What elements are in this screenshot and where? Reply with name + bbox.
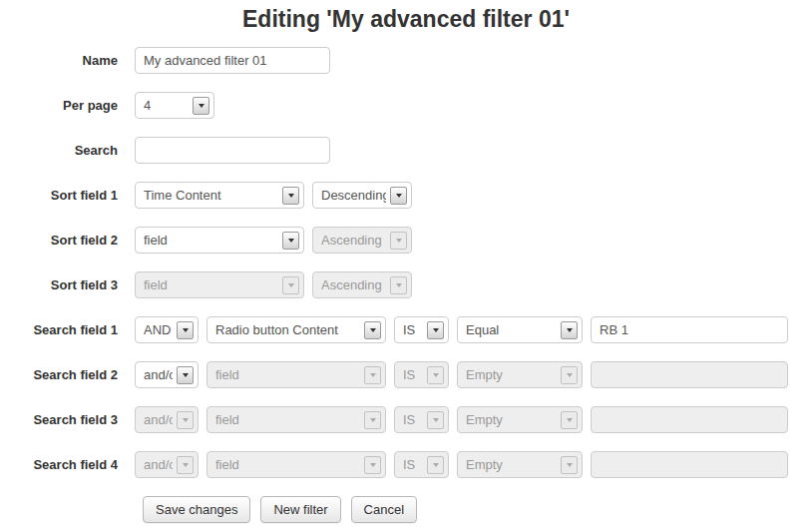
- search-3-field-select: field: [206, 406, 386, 433]
- search-1-comparator-select[interactable]: IS: [394, 316, 449, 343]
- search-field-2-label: Search field 2: [0, 367, 118, 382]
- search-row: Search: [0, 137, 812, 164]
- select-value: field: [144, 272, 278, 297]
- sort-field-2-label: Sort field 2: [0, 233, 118, 248]
- name-row: Name: [0, 47, 812, 74]
- select-value: Empty: [466, 452, 557, 477]
- dropdown-arrow-icon: [282, 276, 299, 294]
- search-3-comparator-select: IS: [394, 406, 449, 433]
- select-value: IS: [403, 317, 423, 342]
- search-4-conjunction-select: and/or: [135, 451, 199, 478]
- search-1-field-select[interactable]: Radio button Content: [206, 316, 386, 343]
- dropdown-arrow-icon: [177, 321, 194, 339]
- search-4-value-input: [591, 451, 788, 478]
- select-value: IS: [403, 407, 423, 432]
- select-value: and/or: [144, 452, 173, 477]
- search-field-1-row: Search field 1 AND Radio button Content …: [0, 316, 812, 343]
- dropdown-arrow-icon: [390, 187, 407, 205]
- search-field-4-row: Search field 4 and/or field IS Empty: [0, 451, 812, 478]
- search-1-value-input[interactable]: [591, 316, 788, 343]
- select-value: Empty: [466, 362, 557, 387]
- dropdown-arrow-icon: [427, 321, 444, 339]
- search-2-field-select: field: [206, 361, 386, 388]
- search-4-operator-select: Empty: [457, 451, 583, 478]
- page-title: Editing 'My advanced filter 01': [0, 0, 812, 33]
- select-value: Descending: [321, 183, 386, 208]
- select-value: Empty: [466, 407, 557, 432]
- search-3-operator-select: Empty: [457, 406, 583, 433]
- search-field-3-row: Search field 3 and/or field IS Empty: [0, 406, 812, 433]
- select-value: field: [215, 407, 360, 432]
- dropdown-arrow-icon: [390, 232, 407, 250]
- select-value: Equal: [466, 317, 557, 342]
- select-value: field: [144, 228, 278, 253]
- per-page-label: Per page: [0, 98, 118, 113]
- sort-direction-2-select: Ascending: [312, 227, 412, 254]
- search-field-1-label: Search field 1: [0, 322, 118, 337]
- select-value: field: [215, 362, 360, 387]
- dropdown-arrow-icon: [193, 97, 209, 115]
- dropdown-arrow-icon: [561, 456, 578, 474]
- dropdown-arrow-icon: [282, 187, 299, 205]
- per-page-select[interactable]: 4: [135, 92, 214, 119]
- dropdown-arrow-icon: [364, 456, 381, 474]
- select-value: Radio button Content: [215, 317, 360, 342]
- dropdown-arrow-icon: [282, 232, 299, 250]
- dropdown-arrow-icon: [177, 456, 194, 474]
- dropdown-arrow-icon: [561, 411, 578, 429]
- sort-field-1-row: Sort field 1 Time Content Descending: [0, 182, 812, 209]
- dropdown-arrow-icon: [177, 411, 194, 429]
- sort-field-3-row: Sort field 3 field Ascending: [0, 271, 812, 298]
- per-page-row: Per page 4: [0, 92, 812, 119]
- dropdown-arrow-icon: [427, 366, 444, 384]
- search-3-conjunction-select: and/or: [135, 406, 199, 433]
- search-label: Search: [0, 143, 118, 158]
- select-value: and/or: [144, 407, 173, 432]
- cancel-button[interactable]: Cancel: [351, 496, 417, 523]
- dropdown-arrow-icon: [177, 366, 194, 384]
- sort-field-3-select: field: [135, 271, 304, 298]
- search-4-field-select: field: [206, 451, 386, 478]
- name-input[interactable]: [135, 47, 330, 74]
- search-field-2-row: Search field 2 and/or field IS Empty: [0, 361, 812, 388]
- sort-field-3-label: Sort field 3: [0, 277, 118, 292]
- per-page-select-value: 4: [144, 93, 189, 118]
- save-changes-button[interactable]: Save changes: [143, 496, 250, 523]
- name-label: Name: [0, 53, 118, 68]
- new-filter-button[interactable]: New filter: [260, 496, 340, 523]
- search-4-comparator-select: IS: [394, 451, 449, 478]
- search-3-value-input: [591, 406, 788, 433]
- search-1-conjunction-select[interactable]: AND: [135, 316, 199, 343]
- search-2-conjunction-select[interactable]: and/or: [135, 361, 199, 388]
- search-input[interactable]: [135, 137, 330, 164]
- select-value: Time Content: [144, 183, 278, 208]
- select-value: and/or: [144, 362, 173, 387]
- select-value: Ascending: [321, 228, 386, 253]
- form-actions: Save changes New filter Cancel: [0, 496, 812, 523]
- dropdown-arrow-icon: [364, 321, 381, 339]
- dropdown-arrow-icon: [364, 411, 381, 429]
- select-value: IS: [403, 362, 423, 387]
- dropdown-arrow-icon: [561, 366, 578, 384]
- select-value: field: [215, 452, 360, 477]
- select-value: IS: [403, 452, 423, 477]
- sort-field-2-select[interactable]: field: [135, 227, 304, 254]
- search-2-comparator-select: IS: [394, 361, 449, 388]
- sort-field-2-row: Sort field 2 field Ascending: [0, 227, 812, 254]
- sort-field-1-select[interactable]: Time Content: [135, 182, 304, 209]
- select-value: Ascending: [321, 272, 386, 297]
- search-field-3-label: Search field 3: [0, 412, 118, 427]
- search-1-operator-select[interactable]: Equal: [457, 316, 583, 343]
- dropdown-arrow-icon: [364, 366, 381, 384]
- sort-direction-1-select[interactable]: Descending: [312, 182, 412, 209]
- search-2-value-input: [591, 361, 788, 388]
- search-2-operator-select: Empty: [457, 361, 583, 388]
- search-field-4-label: Search field 4: [0, 457, 118, 472]
- filter-edit-form: Editing 'My advanced filter 01' Name Per…: [0, 0, 812, 532]
- sort-direction-3-select: Ascending: [312, 271, 412, 298]
- sort-field-1-label: Sort field 1: [0, 188, 118, 203]
- dropdown-arrow-icon: [427, 411, 444, 429]
- dropdown-arrow-icon: [561, 321, 578, 339]
- dropdown-arrow-icon: [427, 456, 444, 474]
- dropdown-arrow-icon: [390, 276, 407, 294]
